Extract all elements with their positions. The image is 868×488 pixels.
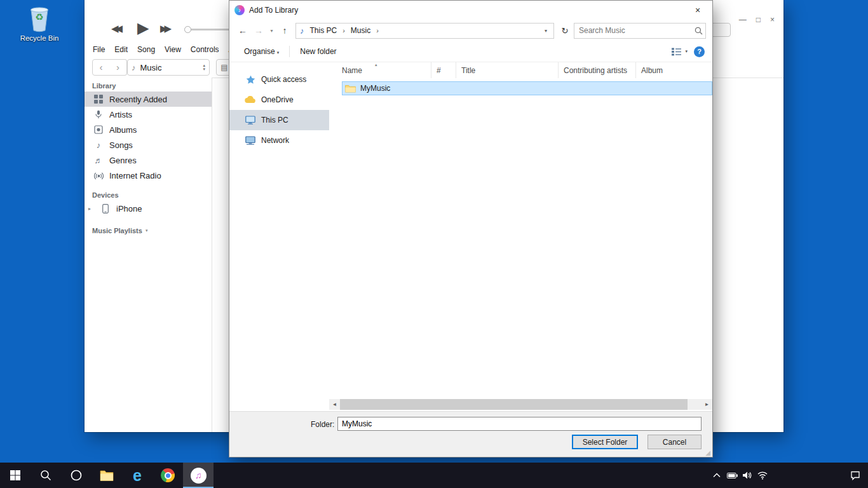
address-bar[interactable]: ♪ This PC › Music › ▾ [295, 23, 554, 39]
taskbar-search-button[interactable] [31, 463, 61, 488]
sidebar-item-label: Recently Added [109, 95, 167, 104]
dialog-titlebar[interactable]: ♪ Add To Library × [229, 1, 712, 20]
sidebar-item-albums[interactable]: Albums [85, 122, 212, 137]
sidebar-item-label: Internet Radio [109, 171, 161, 180]
scroll-right-arrow[interactable]: ► [702, 399, 712, 410]
internet-explorer-button[interactable]: e [122, 463, 153, 488]
recent-locations-chevron-icon[interactable]: ▾ [268, 28, 276, 34]
chevron-down-icon: ▾ [146, 225, 148, 236]
forward-button[interactable]: → [252, 25, 266, 36]
nav-item-onedrive[interactable]: OneDrive [229, 90, 329, 110]
star-icon [245, 75, 256, 85]
sidebar-item-songs[interactable]: ♪ Songs [85, 137, 212, 152]
nav-item-this-pc[interactable]: This PC [229, 110, 329, 130]
breadcrumb-this-pc[interactable]: This PC [307, 26, 341, 35]
scrollbar-thumb[interactable] [340, 399, 688, 410]
resize-grip[interactable]: ◢ [705, 449, 710, 456]
network-tray-icon[interactable] [755, 471, 770, 480]
scrollbar-track[interactable] [340, 399, 702, 410]
sort-ascending-icon: ▴ [375, 62, 377, 67]
itunes-forward-button[interactable]: › [109, 59, 127, 76]
itunes-minimize-button[interactable]: — [739, 15, 747, 24]
music-note-icon: ♪ [93, 140, 104, 150]
menu-view[interactable]: View [165, 45, 181, 54]
nav-item-network[interactable]: Network [229, 130, 329, 151]
menu-song[interactable]: Song [137, 45, 155, 54]
volume-slider[interactable] [185, 29, 229, 30]
chrome-button[interactable] [153, 463, 183, 488]
dialog-close-button[interactable]: × [683, 1, 712, 20]
menu-controls[interactable]: Controls [191, 45, 219, 54]
windows-logo-icon [10, 470, 20, 480]
up-button[interactable]: ↑ [278, 25, 292, 36]
file-explorer-button[interactable] [92, 463, 122, 488]
itunes-sidebar: Library Recently Added Artists Albums ♪ … [85, 78, 212, 432]
search-box[interactable] [574, 23, 706, 39]
volume-knob[interactable] [184, 26, 191, 33]
action-center-button[interactable] [848, 471, 863, 480]
play-button[interactable]: ▶ [137, 19, 149, 37]
horizontal-scrollbar[interactable]: ◄ ► [329, 399, 712, 410]
column-header-album[interactable]: Album [636, 62, 712, 78]
scroll-left-arrow[interactable]: ◄ [329, 399, 340, 410]
grid-icon [93, 95, 104, 104]
recycle-bin-desktop-icon[interactable]: ♻ Recycle Bin [17, 5, 62, 42]
system-tray [709, 463, 868, 488]
start-button[interactable] [0, 463, 31, 488]
folder-label: Folder: [311, 420, 334, 429]
back-button[interactable]: ← [236, 25, 250, 36]
sidebar-item-iphone[interactable]: ▸ iPhone [85, 201, 212, 216]
folder-name-input[interactable] [337, 417, 702, 431]
nav-item-label: Quick access [261, 75, 306, 84]
dialog-toolbar: Organise▾ New folder ▾ ? [229, 41, 712, 62]
file-row-mymusic[interactable]: MyMusic [342, 81, 712, 95]
organise-button[interactable]: Organise▾ [244, 47, 279, 56]
help-button[interactable]: ? [694, 46, 705, 57]
cortana-button[interactable] [61, 463, 92, 488]
breadcrumb-chevron-icon[interactable]: › [342, 27, 345, 34]
sidebar-item-label: Songs [109, 140, 133, 150]
new-folder-button[interactable]: New folder [300, 47, 336, 56]
folder-icon [100, 470, 114, 481]
itunes-maximize-button[interactable]: □ [756, 15, 761, 24]
breadcrumb-chevron-icon[interactable]: › [376, 27, 379, 34]
column-header-number[interactable]: # [431, 62, 456, 78]
menu-edit[interactable]: Edit [114, 45, 128, 54]
address-dropdown-icon[interactable]: ▾ [541, 28, 551, 34]
itunes-close-button[interactable]: × [770, 15, 775, 24]
itunes-icon: ♫ [191, 468, 207, 484]
column-header-name[interactable]: ▴ Name [329, 62, 431, 78]
column-header-contributing-artists[interactable]: Contributing artists [559, 62, 636, 78]
hidden-icons-chevron[interactable] [709, 473, 724, 478]
wifi-icon [757, 471, 768, 480]
sidebar-item-genres[interactable]: ♬ Genres [85, 152, 212, 168]
sidebar-item-label: iPhone [116, 204, 142, 214]
sidebar-playlists-header[interactable]: Music Playlists ▾ [85, 225, 212, 236]
menu-file[interactable]: File [93, 45, 105, 54]
volume-tray-icon[interactable] [740, 471, 755, 479]
sidebar-item-artists[interactable]: Artists [85, 107, 212, 122]
select-folder-button[interactable]: Select Folder [572, 435, 638, 449]
cancel-button[interactable]: Cancel [648, 435, 702, 449]
fast-forward-button[interactable]: ▶▶ [160, 23, 168, 34]
nav-item-label: This PC [261, 116, 288, 125]
sidebar-item-recently-added[interactable]: Recently Added [85, 92, 212, 107]
taskbar: e ♫ [0, 463, 868, 488]
battery-tray-icon[interactable] [724, 473, 740, 478]
change-view-button[interactable]: ▾ [672, 48, 688, 56]
search-input[interactable] [579, 26, 695, 35]
nav-item-quick-access[interactable]: Quick access [229, 69, 329, 90]
expand-chevron-icon[interactable]: ▸ [88, 206, 95, 212]
sidebar-item-internet-radio[interactable]: Internet Radio [85, 168, 212, 183]
picker-spinner[interactable]: ▴▾ [203, 64, 205, 71]
rewind-button[interactable]: ◀◀ [111, 23, 119, 34]
refresh-button[interactable]: ↻ [558, 26, 572, 36]
file-list: ▴ Name # Title Contributing artists Albu… [329, 62, 712, 411]
itunes-back-button[interactable]: ‹ [92, 59, 110, 76]
breadcrumb-music[interactable]: Music [348, 26, 374, 35]
media-kind-picker[interactable]: ♪ Music ▴▾ [127, 59, 210, 76]
file-name: MyMusic [360, 84, 390, 93]
action-center-icon [850, 471, 860, 480]
column-header-title[interactable]: Title [456, 62, 559, 78]
itunes-taskbar-button[interactable]: ♫ [183, 463, 214, 488]
